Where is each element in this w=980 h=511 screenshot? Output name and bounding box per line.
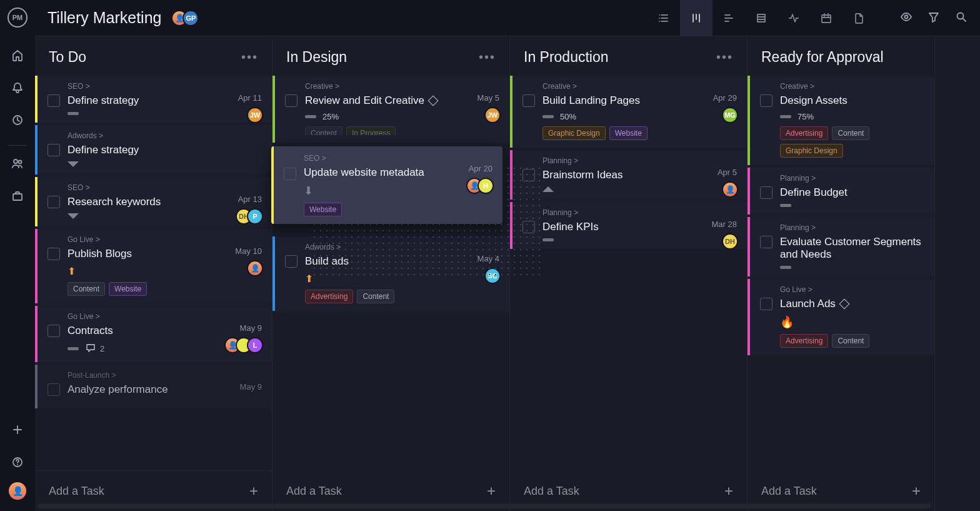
task-category[interactable]: Go Live >: [780, 285, 924, 294]
nav-team[interactable]: [5, 151, 30, 176]
task-title[interactable]: Build Landing Pages: [542, 94, 737, 107]
project-members[interactable]: GP: [171, 10, 199, 26]
task-assignees[interactable]: H: [466, 178, 494, 194]
task-checkbox[interactable]: [48, 94, 60, 107]
task-title[interactable]: Brainstorm Ideas: [542, 169, 737, 181]
task-checkbox[interactable]: [48, 196, 60, 208]
tag[interactable]: Graphic Design: [542, 126, 606, 140]
task-card[interactable]: SEO >Define strategyApr 11JW: [35, 76, 272, 123]
task-checkbox[interactable]: [522, 94, 535, 107]
tag[interactable]: Advertising: [780, 334, 828, 348]
dragging-card[interactable]: SEO > Update website metadata ⬇ Website …: [271, 146, 502, 224]
task-category[interactable]: Go Live >: [68, 312, 262, 321]
task-category[interactable]: Planning >: [780, 174, 924, 183]
project-title[interactable]: Tillery Marketing: [48, 9, 161, 27]
nav-portfolio[interactable]: [5, 183, 30, 208]
tag[interactable]: Advertising: [780, 126, 828, 140]
task-checkbox[interactable]: [760, 298, 772, 310]
avatar[interactable]: JW: [484, 107, 501, 123]
task-checkbox[interactable]: [760, 186, 772, 199]
tag[interactable]: Website: [109, 282, 147, 296]
task-title[interactable]: Analyze performance: [68, 383, 262, 396]
tag[interactable]: Content: [357, 290, 394, 303]
nav-add[interactable]: [5, 417, 30, 442]
task-assignees[interactable]: MG: [722, 107, 738, 123]
tag[interactable]: Content: [832, 334, 869, 348]
tag[interactable]: Website: [304, 203, 342, 216]
task-assignees[interactable]: JW: [247, 107, 263, 123]
column-title[interactable]: To Do: [49, 49, 86, 66]
task-category[interactable]: SEO >: [68, 82, 262, 91]
task-card[interactable]: Creative >Review and Edit Creative25%Con…: [272, 76, 509, 143]
task-assignees[interactable]: DH: [722, 233, 738, 250]
task-assignees[interactable]: [722, 181, 738, 198]
task-checkbox[interactable]: [285, 255, 298, 268]
task-title[interactable]: Design Assets: [780, 94, 924, 107]
avatar[interactable]: MG: [722, 107, 738, 123]
task-card[interactable]: Go Live >Publish Blogs⬆ContentWebsiteMay…: [35, 229, 272, 303]
nav-user-avatar[interactable]: [9, 482, 26, 500]
nav-recent[interactable]: [5, 108, 30, 133]
avatar[interactable]: JW: [247, 107, 263, 123]
task-checkbox[interactable]: [760, 94, 772, 107]
task-assignees[interactable]: [247, 260, 263, 276]
task-title[interactable]: Define strategy: [68, 144, 262, 156]
tag[interactable]: Advertising: [305, 290, 353, 303]
task-card[interactable]: Creative >Build Landing Pages50%Graphic …: [510, 76, 747, 148]
task-checkbox[interactable]: [284, 168, 296, 180]
task-category[interactable]: Creative >: [305, 82, 499, 91]
avatar[interactable]: DH: [722, 233, 738, 250]
task-category[interactable]: Post-Launch >: [68, 371, 262, 380]
task-card[interactable]: Creative >Design Assets75%AdvertisingCon…: [748, 76, 934, 165]
action-search[interactable]: [955, 11, 968, 26]
task-title[interactable]: Publish Blogs: [68, 248, 262, 260]
task-assignees[interactable]: L: [224, 337, 263, 353]
avatar[interactable]: [247, 260, 263, 276]
column-menu[interactable]: •••: [479, 50, 496, 64]
tag[interactable]: Content: [305, 126, 342, 135]
task-category[interactable]: Creative >: [542, 82, 737, 91]
task-category[interactable]: Adwords >: [68, 131, 262, 140]
task-card[interactable]: Go Live >Launch Ads🔥AdvertisingContent: [748, 279, 934, 355]
view-files[interactable]: [842, 0, 875, 36]
task-category[interactable]: Planning >: [780, 223, 924, 232]
view-activity[interactable]: [778, 0, 810, 36]
task-title[interactable]: Define strategy: [68, 94, 262, 107]
task-category[interactable]: SEO >: [304, 154, 492, 163]
tag[interactable]: Content: [68, 282, 105, 296]
task-card[interactable]: Planning >Define Budget: [748, 168, 934, 215]
task-title[interactable]: Evaluate Customer Segments and Needs: [780, 236, 924, 261]
view-sheet[interactable]: [745, 0, 778, 36]
avatar[interactable]: [722, 181, 738, 198]
task-card[interactable]: Planning >Brainstorm IdeasApr 5: [510, 150, 747, 200]
task-title[interactable]: Update website metadata: [304, 166, 492, 179]
column-title[interactable]: In Production: [524, 49, 609, 66]
task-title[interactable]: Research keywords: [68, 196, 262, 208]
task-checkbox[interactable]: [760, 236, 772, 248]
task-title[interactable]: Define KPIs: [542, 221, 737, 233]
action-watch[interactable]: [900, 11, 912, 26]
task-checkbox[interactable]: [48, 325, 60, 337]
column-title[interactable]: Ready for Approval: [761, 49, 884, 66]
task-category[interactable]: SEO >: [68, 183, 262, 192]
task-card[interactable]: Adwords >Define strategy: [35, 125, 272, 175]
task-card[interactable]: Go Live >Contracts 2May 9L: [35, 306, 272, 362]
nav-home[interactable]: [5, 43, 30, 68]
column-menu[interactable]: •••: [241, 50, 258, 64]
task-checkbox[interactable]: [48, 144, 60, 156]
tag[interactable]: In Progress: [346, 126, 396, 135]
view-list[interactable]: [648, 0, 680, 36]
task-card[interactable]: Planning >Evaluate Customer Segments and…: [748, 217, 934, 276]
task-checkbox[interactable]: [285, 94, 298, 107]
nav-help[interactable]: [5, 450, 30, 475]
view-board[interactable]: [680, 0, 712, 36]
app-logo[interactable]: PM: [8, 8, 28, 28]
task-title[interactable]: Contracts: [68, 325, 262, 337]
avatar[interactable]: H: [478, 178, 494, 194]
task-title[interactable]: Launch Ads: [780, 298, 924, 310]
task-title[interactable]: Review and Edit Creative: [305, 94, 499, 107]
nav-notifications[interactable]: [5, 75, 30, 100]
task-checkbox[interactable]: [48, 248, 60, 260]
avatar[interactable]: P: [247, 208, 263, 225]
task-assignees[interactable]: JW: [484, 107, 501, 123]
